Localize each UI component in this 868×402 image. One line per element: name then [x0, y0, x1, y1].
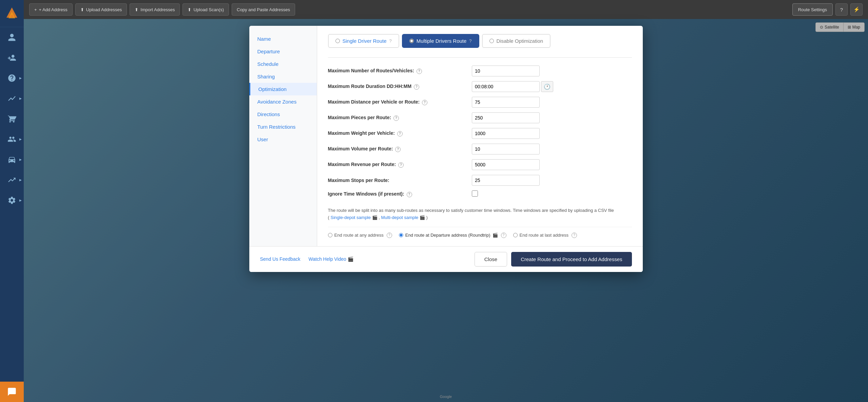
sidebar-item-cart[interactable]: [0, 109, 24, 129]
sidebar-item-add-person[interactable]: [0, 48, 24, 68]
sidebar-item-help[interactable]: ▶: [0, 68, 24, 88]
end-route-departure[interactable]: End route at Departure address (Roundtri…: [399, 233, 506, 238]
single-driver-info-icon[interactable]: ?: [389, 38, 392, 43]
end-departure-radio[interactable]: [399, 233, 403, 237]
field-max-revenue: Maximum Revenue per Route: ?: [328, 157, 632, 172]
sidebar-item-growth[interactable]: ▶: [0, 170, 24, 190]
multi-depot-icon: 🎬: [420, 215, 425, 220]
multiple-drivers-radio-input[interactable]: [409, 39, 414, 43]
nav-item-directions[interactable]: Directions: [249, 108, 317, 121]
single-driver-radio[interactable]: Single Driver Route ?: [328, 34, 399, 48]
field-max-weight: Maximum Weight per Vehicle: ?: [328, 126, 632, 141]
sidebar-item-settings[interactable]: ▶: [0, 190, 24, 211]
modal-overlay: Name Departure Schedule Sharing Optimiza…: [24, 19, 868, 402]
nav-item-avoidance[interactable]: Avoidance Zones: [249, 95, 317, 108]
max-weight-input[interactable]: [472, 128, 540, 139]
route-settings-button[interactable]: Route Settings: [792, 3, 833, 16]
multi-depot-link[interactable]: Multi-depot sample 🎬: [381, 215, 426, 220]
field-max-revenue-input-cell: [472, 157, 632, 172]
max-routes-info-icon[interactable]: ?: [417, 69, 422, 74]
svg-point-2: [11, 15, 13, 18]
clock-picker-button[interactable]: 🕐: [541, 81, 553, 92]
end-any-info-icon[interactable]: ?: [387, 233, 392, 238]
multiple-drivers-radio[interactable]: Multiple Drivers Route ?: [402, 34, 479, 48]
upload-icon: ⬆: [80, 7, 84, 12]
upload-addresses-button[interactable]: ⬆ Upload Addresses: [75, 3, 127, 16]
multiple-drivers-info-icon[interactable]: ?: [469, 38, 471, 43]
nav-item-sharing[interactable]: Sharing: [249, 70, 317, 83]
end-departure-info-icon[interactable]: ?: [501, 233, 506, 238]
disable-opt-radio-input[interactable]: [489, 39, 494, 43]
single-depot-link[interactable]: Single-depot sample 🎬: [329, 215, 379, 220]
max-volume-input[interactable]: [472, 144, 540, 154]
end-departure-icon: 🎬: [493, 233, 498, 238]
single-driver-radio-input[interactable]: [335, 39, 340, 43]
ignore-time-windows-checkbox[interactable]: [472, 190, 478, 197]
max-duration-info-icon[interactable]: ?: [414, 84, 419, 90]
send-feedback-link[interactable]: Send Us Feedback: [260, 256, 301, 262]
max-routes-input[interactable]: [472, 66, 540, 76]
field-max-volume-input-cell: [472, 141, 632, 157]
watch-help-link[interactable]: Watch Help Video 🎬: [309, 256, 353, 262]
copy-paste-button[interactable]: Copy and Paste Addresses: [232, 3, 295, 16]
field-max-distance-input-cell: [472, 94, 632, 110]
app-logo[interactable]: [0, 0, 24, 27]
end-last-info-icon[interactable]: ?: [572, 233, 577, 238]
help-icon-button[interactable]: ?: [835, 3, 848, 16]
create-route-button[interactable]: Create Route and Proceed to Add Addresse…: [511, 252, 632, 267]
nav-item-name[interactable]: Name: [249, 33, 317, 45]
plus-icon: +: [34, 7, 37, 12]
end-route-any-address[interactable]: End route at any address ?: [328, 233, 392, 238]
nav-item-schedule[interactable]: Schedule: [249, 58, 317, 70]
field-max-stops: Maximum Stops per Route:: [328, 172, 632, 188]
nav-item-user[interactable]: User: [249, 133, 317, 146]
field-max-routes-label: Maximum Number of Routes/Vehicles: ?: [328, 63, 472, 79]
max-revenue-info-icon[interactable]: ?: [398, 162, 404, 168]
add-address-button[interactable]: + + Add Address: [29, 3, 73, 16]
max-duration-input[interactable]: [472, 81, 540, 92]
field-max-distance-label: Maximum Distance per Vehicle or Route: ?: [328, 94, 472, 110]
max-pieces-info-icon[interactable]: ?: [393, 115, 399, 121]
max-weight-info-icon[interactable]: ?: [397, 131, 403, 136]
field-max-duration-input-cell: 🕐: [472, 79, 632, 94]
nav-item-turn-restrictions[interactable]: Turn Restrictions: [249, 121, 317, 133]
nav-item-departure[interactable]: Departure: [249, 45, 317, 58]
field-max-stops-input-cell: [472, 172, 632, 188]
import-addresses-button[interactable]: ⬆ Import Addresses: [130, 3, 180, 16]
end-last-address-radio[interactable]: [513, 233, 518, 237]
end-any-address-radio[interactable]: [328, 233, 332, 237]
nav-item-optimization[interactable]: Optimization: [249, 83, 317, 95]
end-route-last-address[interactable]: End route at last address ?: [513, 233, 577, 238]
sidebar-item-analytics[interactable]: ▶: [0, 88, 24, 109]
close-modal-button[interactable]: Close: [475, 252, 507, 267]
flash-icon-button[interactable]: ⚡: [850, 3, 863, 16]
max-distance-info-icon[interactable]: ?: [422, 100, 427, 105]
upload-scans-button[interactable]: ⬆ Upload Scan(s): [182, 3, 229, 16]
field-max-duration: Maximum Route Duration DD:HH:MM ? 🕐: [328, 79, 632, 94]
ignore-time-info-icon[interactable]: ?: [407, 192, 412, 197]
max-stops-input[interactable]: [472, 175, 540, 186]
max-volume-info-icon[interactable]: ?: [395, 147, 401, 152]
sidebar-item-team[interactable]: ▶: [0, 129, 24, 149]
max-revenue-input[interactable]: [472, 159, 540, 170]
chat-button[interactable]: [0, 382, 24, 402]
modal-main-content: Single Driver Route ? Multiple Drivers R…: [317, 26, 643, 246]
field-max-routes: Maximum Number of Routes/Vehicles: ?: [328, 63, 632, 79]
modal-body: Name Departure Schedule Sharing Optimiza…: [249, 26, 643, 246]
modal-nav: Name Departure Schedule Sharing Optimiza…: [249, 26, 317, 246]
field-max-pieces-label: Maximum Pieces per Route: ?: [328, 110, 472, 126]
sidebar-item-drivers[interactable]: ▶: [0, 149, 24, 170]
field-max-pieces-input-cell: [472, 110, 632, 126]
single-depot-icon: 🎬: [372, 215, 378, 220]
topbar: + + Add Address ⬆ Upload Addresses ⬆ Imp…: [24, 0, 868, 19]
sidebar: ▶ ▶ ▶ ▶ ▶ ▶: [0, 0, 24, 402]
disable-optimization-radio[interactable]: Disable Optimization: [482, 34, 551, 48]
max-pieces-input[interactable]: [472, 112, 540, 123]
field-max-volume-label: Maximum Volume per Route: ?: [328, 141, 472, 157]
field-max-stops-label: Maximum Stops per Route:: [328, 172, 472, 188]
field-max-volume: Maximum Volume per Route: ?: [328, 141, 632, 157]
max-distance-input[interactable]: [472, 97, 540, 108]
route-settings-modal: Name Departure Schedule Sharing Optimiza…: [249, 26, 643, 272]
sidebar-item-person[interactable]: [0, 27, 24, 48]
field-ignore-time-windows: Ignore Time Windows (if present): ?: [328, 188, 632, 200]
